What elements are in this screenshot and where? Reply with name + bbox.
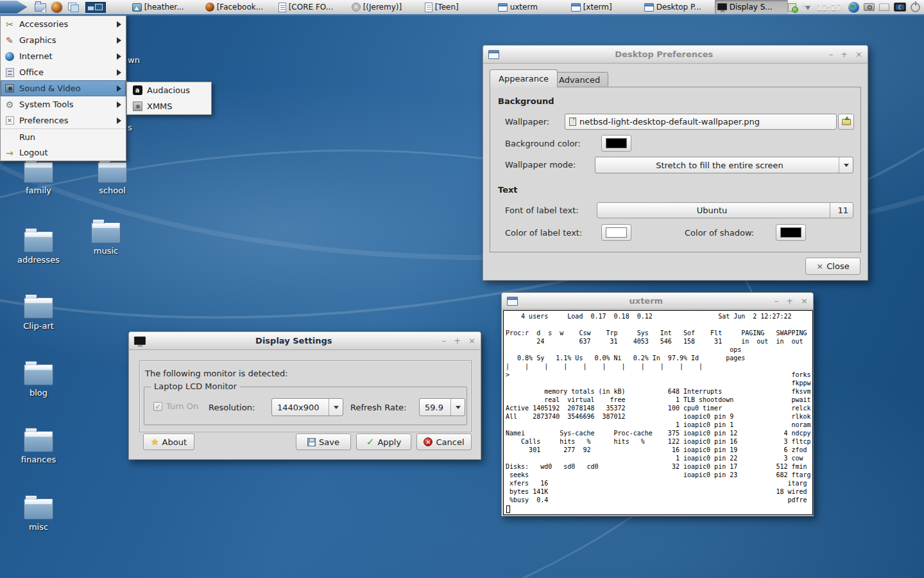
taskbar-window-teen[interactable]: [Teen] (422, 0, 495, 14)
file-icon (569, 118, 576, 126)
task-button-label: [Teen] (435, 3, 459, 12)
maximize-icon[interactable]: + (454, 337, 461, 346)
submenu-arrow-icon (117, 53, 121, 60)
menu-item-office[interactable]: Office (1, 64, 126, 80)
minimize-icon[interactable]: – (829, 50, 834, 59)
shadow-color-button[interactable] (776, 224, 806, 241)
submenu-item-xmms[interactable]: XMMS (127, 98, 211, 114)
task-button-label: [Facebook... (217, 3, 264, 12)
desktop-icon-family[interactable]: family (3, 162, 74, 195)
display-settings-titlebar[interactable]: Display Settings – + × (129, 332, 481, 350)
desktop-preferences-titlebar[interactable]: Desktop Preferences – + × (483, 46, 868, 64)
moon-icon: ☾ (898, 3, 903, 12)
taskbar-window-jeremy[interactable]: ✕ [(Jeremy)] (349, 0, 422, 14)
menu-item-logout[interactable]: → Logout (1, 144, 126, 161)
submenu-arrow-icon (117, 37, 121, 44)
minimize-icon[interactable]: – (442, 337, 447, 346)
desktop-icon-label: school (77, 186, 148, 195)
task-button-list: [heather... [Facebook... [CORE FO... ✕ [… (130, 0, 788, 14)
save-button[interactable]: Save (296, 434, 351, 450)
resolution-select[interactable]: 924x578 (271, 398, 343, 416)
clock: 12:27 (816, 2, 844, 12)
tab-appearance[interactable]: Appearance (490, 69, 558, 87)
desktop-icon-music[interactable]: music (71, 222, 141, 256)
taskbar-window-desktop-preferences[interactable]: Desktop P... (642, 0, 715, 14)
globe-icon[interactable] (848, 2, 859, 13)
desktop-icon-school[interactable]: school (77, 162, 148, 195)
display-icon[interactable] (879, 3, 890, 11)
desktop-icon-finances[interactable]: finances (3, 431, 74, 464)
close-button[interactable]: × Close (805, 258, 860, 275)
camera-icon[interactable] (864, 3, 875, 11)
cancel-button-label: Cancel (436, 437, 464, 447)
windows-launcher[interactable] (66, 0, 81, 14)
terminal-output[interactable]: 4 users Load 0.17 0.18 0.12 Sat Jun 2 12… (503, 310, 813, 515)
label-color-button[interactable] (601, 224, 631, 241)
close-icon[interactable]: × (855, 50, 862, 59)
tab-advanced[interactable]: Advanced (551, 72, 608, 87)
menu-item-graphics[interactable]: ✎ Graphics (1, 32, 126, 48)
updown-arrows-icon[interactable] (801, 3, 811, 12)
clipboard-icon[interactable] (788, 3, 796, 12)
resolution-value: 924x578 (272, 403, 329, 412)
wallpaper-browse-button[interactable] (838, 114, 854, 130)
terminal-line: memory totals (in kB) 648 Interrupts fks… (506, 387, 812, 396)
apply-button[interactable]: ✓ Apply (356, 434, 411, 450)
file-manager-launcher[interactable] (33, 0, 48, 14)
sound-video-submenu: a Audacious XMMS (126, 82, 212, 115)
desktop-icon-addresses[interactable]: addresses (3, 231, 74, 265)
desktop-icon-blog[interactable]: blog (3, 364, 74, 398)
submenu-arrow-icon (117, 21, 121, 28)
resolution-label: Resolution: (209, 403, 255, 412)
taskbar-window-display-settings[interactable]: Display S... (715, 0, 788, 14)
folder-icon (91, 222, 121, 243)
terminal-line: real virtual free 1 TLB shootdown pwait (506, 396, 812, 404)
minimize-icon[interactable]: – (774, 297, 779, 306)
menu-item-system-tools[interactable]: ⚙ System Tools (1, 96, 126, 112)
background-color-button[interactable] (601, 135, 631, 152)
taskbar-window-facebook[interactable]: [Facebook... (203, 0, 276, 14)
terminal-line: bytes 141K 18 wired (506, 487, 812, 496)
screensaver-icon[interactable]: ☾ (894, 3, 906, 12)
about-button[interactable]: ★ About (143, 434, 194, 450)
maximize-icon[interactable]: + (841, 50, 848, 59)
turn-on-checkbox[interactable]: ✓ (153, 402, 162, 411)
web-browser-launcher[interactable] (49, 0, 65, 14)
menu-item-internet[interactable]: Internet (1, 48, 126, 64)
refresh-rate-select[interactable]: 59.9 (419, 398, 465, 416)
font-button[interactable]: Ubuntu 11 (597, 202, 853, 218)
save-button-label: Save (319, 437, 339, 447)
workspace-pager[interactable] (83, 0, 107, 14)
terminal-line: Namei Sys-cache Proc-cache 375 ioapic0 p… (506, 429, 812, 437)
menu-item-label: Sound & Video (19, 83, 81, 93)
desktop-icon-clip-art[interactable]: Clip-art (3, 297, 74, 331)
app-window-icon (644, 3, 654, 12)
wallpaper-label: Wallpaper: (505, 117, 549, 127)
terminal-line: 301 277 92 16 ioapic0 pin 19 6 zfod (506, 446, 812, 454)
taskbar-window-uxterm[interactable]: uxterm (495, 0, 569, 14)
start-arrow-icon[interactable] (0, 1, 28, 13)
star-icon: ★ (151, 437, 159, 447)
folder-icon (24, 297, 53, 319)
submenu-item-audacious[interactable]: a Audacious (127, 82, 211, 98)
menu-item-run[interactable]: Run (1, 128, 126, 144)
wallpaper-input[interactable]: netbsd-light-desktop-default-wallpaper.p… (565, 114, 837, 130)
menu-item-accessories[interactable]: ✂ Accessories (1, 16, 126, 32)
close-icon[interactable]: × (468, 337, 475, 346)
desktop-icon-misc[interactable]: misc (3, 498, 74, 532)
power-icon[interactable] (911, 3, 920, 12)
taskbar-window-heather[interactable]: [heather... (130, 0, 203, 14)
wallpaper-mode-value: Stretch to fill the entire screen (595, 161, 839, 170)
maximize-icon[interactable]: + (786, 297, 793, 306)
menu-item-preferences[interactable]: ✕ Preferences (1, 112, 126, 128)
wallpaper-mode-select[interactable]: Stretch to fill the entire screen (595, 157, 853, 173)
uxterm-titlebar[interactable]: uxterm – + × (502, 293, 813, 310)
close-icon[interactable]: × (801, 297, 808, 306)
taskbar-window-xterm[interactable]: [xterm] (569, 0, 642, 14)
taskbar-window-core[interactable]: [CORE FO... (276, 0, 349, 14)
cancel-button[interactable]: ✕ Cancel (416, 434, 472, 450)
wallpaper-mode-label: Wallpaper mode: (505, 160, 576, 170)
terminal-line: ops (506, 346, 812, 354)
document-window-icon (278, 3, 286, 12)
menu-item-sound-video[interactable]: Sound & Video (1, 80, 126, 96)
